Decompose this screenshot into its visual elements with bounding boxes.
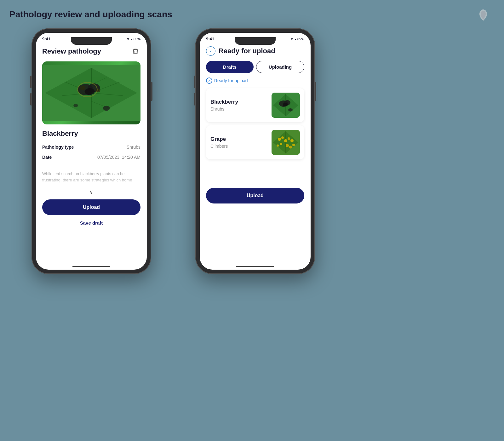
svg-point-30 [288, 137, 290, 140]
blackberry-name: Blackberry [210, 99, 272, 105]
battery-pct-left: 85% [134, 37, 140, 41]
status-icons-right: ▼ ▪ 85% [290, 37, 304, 41]
detail-row-pathology: Pathology type Shrubs [42, 142, 140, 152]
upload-button-left[interactable]: Upload [42, 199, 140, 215]
svg-point-15 [103, 106, 110, 111]
description-fade [42, 178, 140, 187]
volume-down-button-right [194, 93, 195, 106]
check-circle-icon: ✓ [206, 77, 212, 84]
home-indicator-left [72, 266, 110, 267]
ready-status-text: Ready for upload [214, 78, 248, 83]
trash-icon[interactable] [130, 46, 140, 56]
battery-icon-left: ▪ [131, 37, 132, 41]
svg-point-36 [289, 146, 292, 149]
review-header: Review pathology [42, 46, 140, 56]
date-label: Date [42, 155, 52, 160]
power-button-right [315, 82, 316, 101]
pathology-value: Shrubs [127, 145, 140, 150]
expand-chevron[interactable]: ∨ [42, 189, 140, 195]
battery-icon-right: ▪ [295, 37, 296, 41]
svg-point-35 [277, 145, 279, 147]
battery-pct-right: 85% [297, 37, 304, 41]
svg-point-11 [85, 88, 95, 95]
svg-point-23 [288, 108, 293, 112]
plant-card-blackberry[interactable]: Blackberry Shrubs [206, 88, 304, 122]
phone-right: 9:41 ▼ ▪ 85% ‹ Ready for upload Drafts U… [195, 28, 315, 274]
back-button[interactable]: ‹ [206, 46, 215, 56]
power-button [151, 82, 152, 101]
plant-card-grape[interactable]: Grape Climbers [206, 125, 304, 159]
svg-point-16 [73, 104, 78, 107]
tab-container: Drafts Uploading [206, 61, 304, 73]
detail-row-date: Date 07/05/2023, 14:20 AM [42, 152, 140, 162]
wifi-icon-right: ▼ [290, 37, 294, 41]
blackberry-type: Shrubs [210, 106, 272, 112]
description-container: While leaf scorch on blackberry plants c… [42, 168, 140, 187]
notch [71, 37, 112, 45]
notch-right [235, 37, 276, 45]
grape-image [272, 130, 300, 155]
blackberry-image [272, 93, 300, 118]
svg-point-28 [281, 136, 284, 139]
grape-leaf-img [272, 130, 300, 155]
ready-status: ✓ Ready for upload [206, 77, 304, 84]
volume-down-button [30, 93, 32, 106]
back-header: ‹ Ready for upload [206, 46, 304, 56]
grape-type: Climbers [210, 144, 272, 149]
save-draft-button[interactable]: Save draft [42, 216, 140, 229]
tab-drafts[interactable]: Drafts [206, 61, 254, 73]
grape-info: Grape Climbers [210, 136, 272, 149]
plant-name-left: Blackberry [42, 129, 140, 138]
wifi-icon-left: ▼ [126, 37, 130, 41]
right-phone-screen: 9:41 ▼ ▪ 85% ‹ Ready for upload Drafts U… [200, 33, 311, 270]
status-time-right: 9:41 [206, 37, 214, 41]
blackberry-info: Blackberry Shrubs [210, 99, 272, 112]
status-time-left: 9:41 [42, 37, 50, 41]
home-indicator-right [236, 266, 274, 267]
blackberry-leaf-img [272, 93, 300, 118]
pathology-label: Pathology type [42, 145, 74, 150]
tab-uploading[interactable]: Uploading [256, 61, 304, 73]
spacer [206, 163, 304, 181]
date-value: 07/05/2023, 14:20 AM [97, 155, 140, 160]
upload-button-right[interactable]: Upload [206, 188, 304, 203]
review-title: Review pathology [42, 47, 101, 55]
right-screen-content: ‹ Ready for upload Drafts Uploading ✓ Re… [200, 43, 311, 266]
svg-point-33 [286, 144, 289, 147]
svg-point-34 [292, 144, 295, 146]
grape-name: Grape [210, 136, 272, 142]
volume-up-button-right [194, 76, 195, 88]
svg-point-27 [278, 138, 281, 141]
svg-point-31 [290, 139, 294, 142]
svg-point-32 [280, 143, 282, 145]
upload-title: Ready for upload [219, 47, 275, 55]
status-icons-left: ▼ ▪ 85% [126, 37, 140, 41]
page-title: Pathology review and uploading scans [9, 9, 172, 20]
svg-point-12 [80, 86, 86, 90]
svg-point-29 [284, 139, 287, 142]
svg-point-22 [283, 103, 288, 106]
leaf-image-left [42, 61, 140, 124]
volume-up-button [30, 76, 32, 88]
left-screen-content: Review pathology [36, 43, 147, 266]
left-phone-screen: 9:41 ▼ ▪ 85% Review pathology [36, 33, 147, 270]
phone-left: 9:41 ▼ ▪ 85% Review pathology [32, 28, 151, 274]
brand-logo [475, 7, 491, 23]
divider [42, 165, 140, 165]
